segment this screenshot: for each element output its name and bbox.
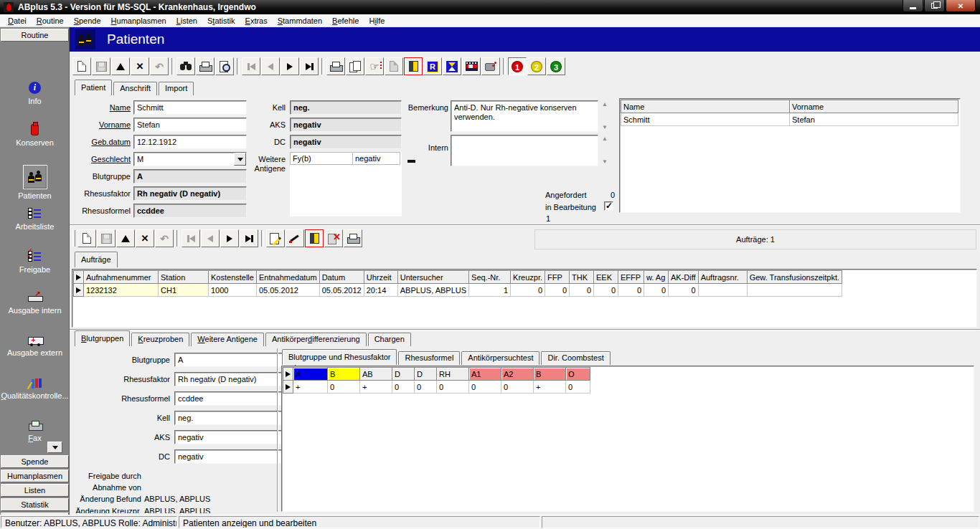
new-document-button[interactable] [72,57,91,75]
tab-antikoerpersuchtest[interactable]: Antikörpersuchtest [461,351,540,365]
view-2-button[interactable]: 2 [527,57,546,75]
cell-o[interactable]: 0 [566,381,590,394]
sidebar-item-ausgabe-intern[interactable]: Ausgabe intern [0,294,70,315]
sidebar-item-qualitaetskontrolle[interactable]: Qualitätskontrolle... [0,378,70,400]
delete-button[interactable] [131,57,149,75]
cell-untersucher[interactable]: ABPLUS, ABPLUS [397,284,468,297]
tab-weitere-antigene[interactable]: Weitere Antigene [191,333,264,346]
order-previous-button[interactable] [201,229,220,247]
sidebar-group-humanplasmen[interactable]: Humanplasmen [1,470,69,482]
undo-button[interactable] [150,57,169,75]
weitere-antigene-grid[interactable]: Fy(b) negativ [290,152,402,216]
goto-record-button[interactable] [365,57,384,75]
order-next-button[interactable] [220,229,239,247]
view-1-button[interactable]: 1 [508,57,527,75]
previous-record-button[interactable] [261,57,280,75]
cell-rh[interactable]: 0 [437,381,469,394]
tab-kreuzproben[interactable]: Kreuzproben [131,333,189,346]
last-record-button[interactable] [300,57,319,75]
order-conserve-button[interactable] [305,229,324,247]
tab-dir-coombstest[interactable]: Dir. Coombstest [541,351,610,365]
cell-ab[interactable]: + [360,381,392,394]
minimize-button[interactable] [903,0,923,12]
move-up-button[interactable] [111,57,130,75]
cell-d2[interactable]: 0 [415,381,437,394]
cell-station[interactable]: CH1 [159,284,209,297]
order-save-button[interactable] [97,229,116,247]
menu-datei[interactable]: Datei [3,15,32,27]
order-first-button[interactable] [182,229,200,247]
cell-thk[interactable]: 0 [570,284,594,297]
cell-datum[interactable]: 05.05.2012 [319,284,364,297]
menu-statistik[interactable]: Statistik [202,15,240,27]
print-button[interactable] [196,57,215,75]
sidebar-item-info[interactable]: Info [0,82,70,105]
order-move-up-button[interactable] [116,229,135,247]
order-last-button[interactable] [240,229,258,247]
cell-d1[interactable]: 0 [392,381,415,394]
patients-list-row[interactable]: Schmitt Stefan [621,113,958,126]
bemerkung-scroll-arrows[interactable]: ▲ ▼ [600,102,610,130]
order-row[interactable]: 1232132 CH1 1000 05.05.2012 05.05.2012 2… [74,284,842,297]
order-delete-button[interactable] [136,229,154,247]
view-3-button[interactable]: 3 [547,57,565,75]
cell-ak-diff[interactable]: 0 [669,284,699,297]
conserve-button[interactable] [404,57,423,75]
menu-humanplasmen[interactable]: Humanplasmen [106,15,171,27]
sidebar-group-statistik[interactable]: Statistik [1,498,69,511]
cell-a[interactable]: + [293,381,328,394]
menu-routine[interactable]: Routine [32,15,69,27]
scan-button[interactable] [481,57,500,75]
cell-w-ag[interactable]: 0 [644,284,669,297]
menu-hilfe[interactable]: Hilfe [364,15,390,27]
next-record-button[interactable] [281,57,299,75]
sidebar-item-ausgabe-extern[interactable]: Ausgabe extern [0,335,70,357]
in-bearbeitung-checkbox[interactable] [604,201,613,211]
cell-auftragsnr[interactable] [698,284,747,297]
cell-uhrzeit[interactable]: 20:14 [364,284,397,297]
first-record-button[interactable] [242,57,260,75]
name-field[interactable]: Schmitt [133,100,247,115]
sidebar-group-spende[interactable]: Spende [1,455,69,468]
aks-field[interactable]: negativ [290,118,402,132]
sidebar-group-routine[interactable]: Routine [1,29,69,42]
dc-field[interactable]: negativ [290,135,402,149]
menu-spende[interactable]: Spende [69,15,106,27]
tab-rhesusformel[interactable]: Rhesusformel [398,351,460,365]
rhesusfaktor-field[interactable]: Rh negativ (D negativ) [133,186,247,201]
copy-button[interactable] [346,57,364,75]
order-undo-button[interactable] [155,229,174,247]
geschlecht-combo[interactable]: M [133,152,247,166]
print-list-button[interactable] [326,57,345,75]
cell-aufnahmenummer[interactable]: 1232132 [84,284,159,297]
save-button[interactable] [92,57,110,75]
rules-button[interactable] [423,57,442,75]
order-print-button[interactable] [344,229,362,247]
rhesusformel-field[interactable]: ccddee [133,204,247,218]
vorname-field[interactable]: Stefan [133,118,247,132]
toolbar-grip[interactable] [72,230,75,247]
order-sign-button[interactable] [286,229,304,247]
cell-kreuzpr[interactable]: 0 [511,284,545,297]
bg-result-row[interactable]: + 0 + 0 0 0 0 0 + 0 [283,381,590,394]
tab-patient[interactable]: Patient [75,80,112,95]
cell-b2[interactable]: + [534,381,566,394]
menu-listen[interactable]: Listen [171,15,202,27]
print-preview-button[interactable] [215,57,234,75]
find-button[interactable] [176,57,195,75]
antigen-befund-cell[interactable]: negativ [353,152,400,165]
cell-a2[interactable]: 0 [501,381,534,394]
sidebar-group-listen[interactable]: Listen [1,484,69,497]
cell-eek[interactable]: 0 [594,284,618,297]
intern-scroll-arrows[interactable]: ▲ ▼ [600,136,610,165]
cell-name[interactable]: Schmitt [621,113,790,126]
order-cancel-button[interactable] [324,229,343,247]
cell-b[interactable]: 0 [328,381,360,394]
cell-kostenstelle[interactable]: 1000 [209,284,257,297]
menu-stammdaten[interactable]: Stammdaten [273,15,327,27]
antigen-cell[interactable]: Fy(b) [290,152,353,165]
gebdatum-field[interactable]: 12.12.1912 [133,135,247,149]
import-button[interactable] [385,57,403,75]
tab-import[interactable]: Import [159,82,194,95]
order-new-button[interactable] [77,229,96,247]
